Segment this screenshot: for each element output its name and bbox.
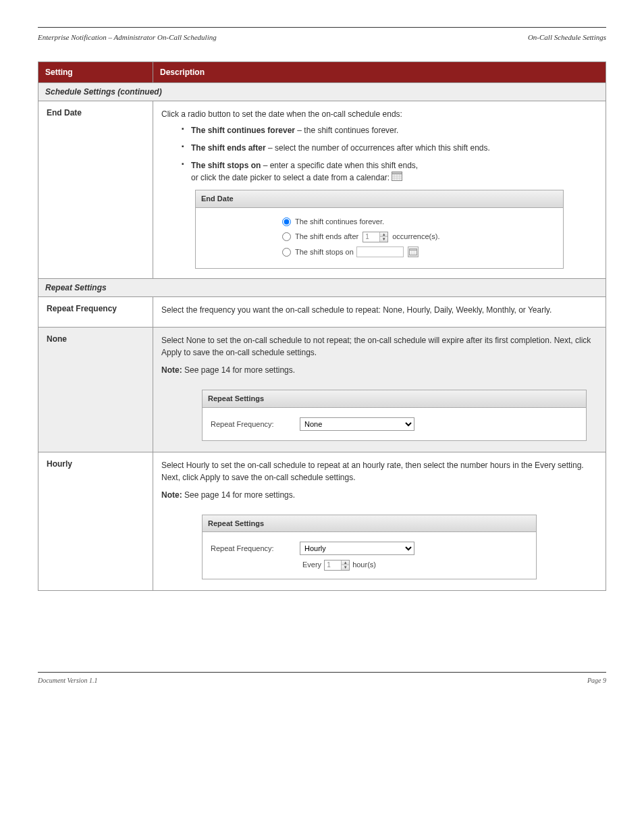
every-label: Every bbox=[302, 559, 321, 571]
radio-stops-label: The shift stops on bbox=[295, 246, 354, 258]
header-left: Enterprise Notification – Administrator … bbox=[38, 33, 217, 41]
setting-hourly: Hourly bbox=[38, 452, 153, 590]
occurrence-input[interactable] bbox=[363, 232, 379, 242]
bullet-stops-on: The shift stops on – enter a specific da… bbox=[182, 159, 597, 184]
settings-table: Setting Description Schedule Settings (c… bbox=[38, 61, 606, 591]
none-note: Note: Note: See page 14 for more setting… bbox=[161, 364, 597, 376]
repeat-freq-desc: Select the frequency you want the on-cal… bbox=[161, 304, 597, 316]
none-desc: Select None to set the on-call schedule … bbox=[161, 334, 597, 359]
occurrence-stepper[interactable]: ▲▼ bbox=[363, 232, 388, 242]
stop-date-input[interactable] bbox=[356, 246, 404, 257]
section-schedule-continued: Schedule Settings (continued) bbox=[38, 83, 606, 101]
rs-panel-title-2: Repeat Settings bbox=[203, 515, 536, 533]
rs-label-2: Repeat Frequency: bbox=[211, 543, 292, 554]
setting-end-date: End Date bbox=[38, 101, 153, 279]
end-date-intro: Click a radio button to set the date whe… bbox=[161, 108, 597, 120]
rs-label: Repeat Frequency: bbox=[211, 419, 292, 430]
stepper-down-icon[interactable]: ▼ bbox=[342, 565, 349, 570]
calendar-icon[interactable] bbox=[408, 246, 419, 257]
svg-rect-1 bbox=[392, 172, 402, 174]
repeat-frequency-select[interactable]: None bbox=[300, 417, 414, 431]
setting-repeat-frequency: Repeat Frequency bbox=[38, 297, 153, 328]
repeat-frequency-select-hourly[interactable]: Hourly bbox=[300, 542, 414, 555]
hours-label: hour(s) bbox=[352, 559, 376, 571]
radio-after-pre: The shift ends after bbox=[295, 231, 358, 242]
bullet-forever: The shift continues forever – the shift … bbox=[182, 124, 597, 136]
row-hourly: Hourly Select Hourly to set the on-call … bbox=[38, 452, 606, 590]
date-picker-icon bbox=[392, 172, 402, 184]
page-header: Enterprise Notification – Administrator … bbox=[38, 33, 606, 41]
row-repeat-frequency: Repeat Frequency Select the frequency yo… bbox=[38, 297, 606, 328]
hourly-note: Note: See page 14 for more settings. bbox=[161, 489, 597, 501]
footer-left: Document Version 1.1 bbox=[38, 677, 98, 684]
page-footer: Document Version 1.1 Page 9 bbox=[38, 672, 606, 684]
radio-ends-after[interactable] bbox=[282, 232, 291, 241]
header-right: On-Call Schedule Settings bbox=[528, 33, 606, 41]
stepper-up-icon[interactable]: ▲ bbox=[380, 232, 387, 238]
radio-after-post: occurrence(s). bbox=[392, 231, 439, 242]
row-none: None Select None to set the on-call sche… bbox=[38, 328, 606, 452]
stepper-up-icon[interactable]: ▲ bbox=[342, 561, 349, 566]
radio-forever[interactable] bbox=[282, 217, 291, 226]
row-end-date: End Date Click a radio button to set the… bbox=[38, 101, 606, 279]
end-date-panel-title: End Date bbox=[196, 190, 563, 208]
hourly-desc: Select Hourly to set the on-call schedul… bbox=[161, 459, 597, 484]
col-setting-header: Setting bbox=[38, 62, 153, 83]
section-repeat-settings: Repeat Settings bbox=[38, 279, 606, 297]
repeat-settings-panel-hourly: Repeat Settings Repeat Frequency: Hourly… bbox=[202, 515, 537, 579]
bullet-ends-after: The shift ends after – select the number… bbox=[182, 142, 597, 154]
footer-right: Page 9 bbox=[587, 677, 606, 684]
radio-forever-label: The shift continues forever. bbox=[295, 216, 384, 228]
col-desc-header: Description bbox=[153, 62, 606, 83]
hours-stepper[interactable]: ▲▼ bbox=[324, 560, 350, 571]
repeat-settings-panel-none: Repeat Settings Repeat Frequency: None bbox=[202, 390, 587, 441]
hours-input[interactable] bbox=[325, 561, 341, 570]
stepper-down-icon[interactable]: ▼ bbox=[380, 237, 387, 242]
rs-panel-title: Repeat Settings bbox=[203, 390, 586, 408]
svg-rect-8 bbox=[409, 249, 417, 251]
setting-none: None bbox=[38, 328, 153, 452]
radio-stops-on[interactable] bbox=[282, 248, 291, 257]
end-date-panel: End Date The shift continues forever. Th… bbox=[195, 190, 564, 269]
